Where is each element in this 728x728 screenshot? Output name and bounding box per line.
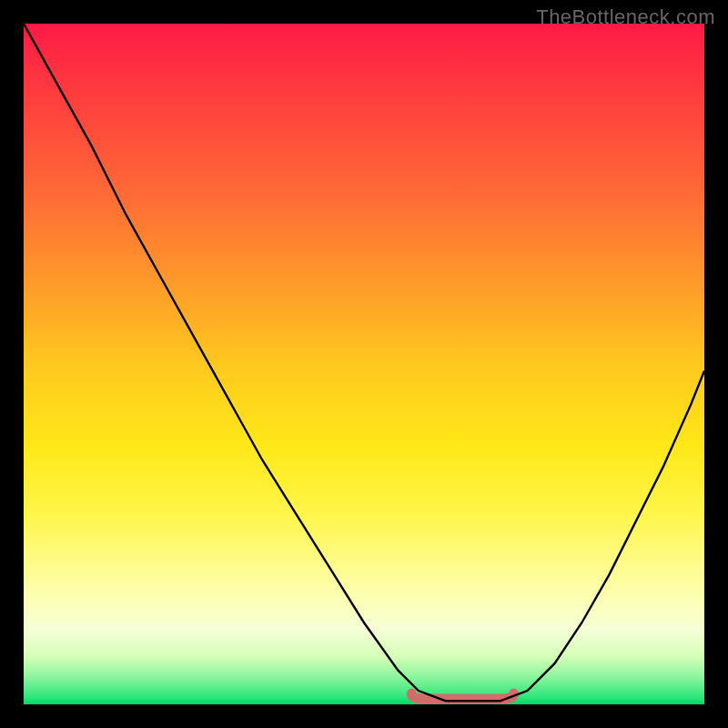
chart-plot-area xyxy=(24,24,704,704)
chart-svg xyxy=(24,24,704,704)
watermark-text: TheBottleneck.com xyxy=(536,5,715,29)
bottleneck-curve xyxy=(24,24,704,701)
